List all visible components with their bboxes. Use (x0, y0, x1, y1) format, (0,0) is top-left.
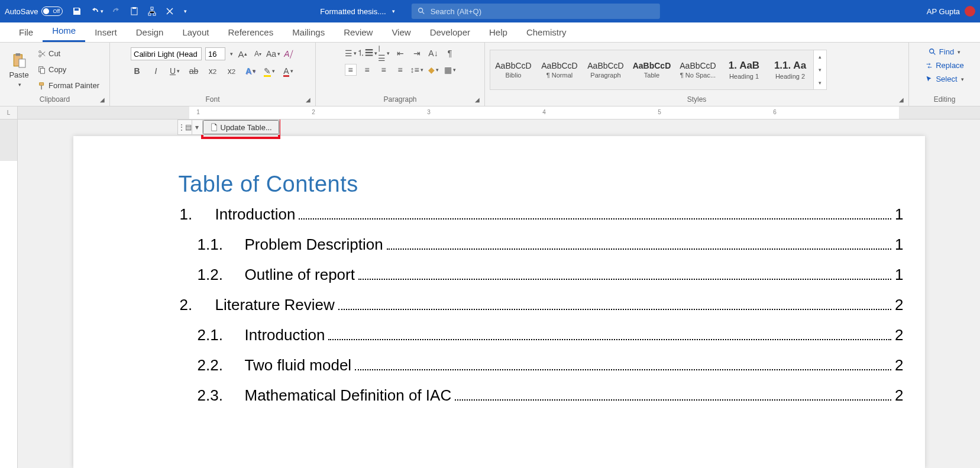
brush-icon (38, 82, 46, 90)
hierarchy-icon[interactable] (147, 7, 157, 16)
paragraph-launcher[interactable]: ◢ (475, 96, 482, 104)
multilevel-button[interactable]: ⁞☰▾ (378, 47, 390, 59)
toc-entry[interactable]: 2.Literature Review2 (180, 296, 904, 314)
toc-toolbar: ⋮▤ ▾ Update Table... (177, 120, 280, 135)
paste-button[interactable]: Paste▾ (5, 50, 33, 89)
font-launcher[interactable]: ◢ (306, 96, 313, 104)
toc-entry[interactable]: 1.1.Problem Description1 (198, 235, 904, 254)
tab-help[interactable]: Help (480, 24, 517, 42)
style-heading2[interactable]: 1.1. AaHeading 2 (767, 50, 813, 89)
vertical-ruler[interactable] (0, 120, 18, 468)
document-title[interactable]: Formatted thesis.... (320, 7, 386, 16)
highlight-button[interactable]: ✎▾ (264, 65, 276, 77)
font-color-button[interactable]: A▾ (283, 65, 295, 77)
bullets-button[interactable]: ☰▾ (345, 47, 357, 59)
tab-layout[interactable]: Layout (173, 24, 218, 42)
subscript-button[interactable]: x2 (207, 65, 219, 77)
copy-button[interactable]: Copy (37, 64, 101, 75)
redo-icon[interactable] (112, 7, 121, 16)
font-size-input[interactable] (205, 47, 225, 60)
group-label: Clipboard (5, 94, 105, 106)
cut-button[interactable]: Cut (37, 48, 101, 59)
tab-review[interactable]: Review (334, 24, 382, 42)
style-nospac[interactable]: AaBbCcD¶ No Spac... (675, 50, 721, 89)
increase-indent-button[interactable]: ⇥ (411, 47, 423, 59)
style-biblio[interactable]: AaBbCcDBiblio (490, 50, 536, 89)
clipboard-icon[interactable] (130, 7, 139, 16)
toc-entry[interactable]: 2.2.Two fluid model2 (198, 356, 904, 375)
italic-button[interactable]: I (150, 65, 162, 77)
group-label: Styles (490, 94, 904, 106)
format-painter-button[interactable]: Format Painter (37, 80, 101, 91)
bold-button[interactable]: B (131, 65, 143, 77)
qat-dropdown-icon[interactable]: ▾ (184, 8, 187, 14)
justify-button[interactable]: ≡ (394, 64, 406, 76)
font-size-dropdown[interactable]: ▾ (230, 51, 233, 57)
autosave-label: AutoSave (5, 7, 38, 16)
style-heading1[interactable]: 1. AaBHeading 1 (721, 50, 767, 89)
line-spacing-button[interactable]: ↕≡▾ (411, 64, 423, 76)
shrink-font-button[interactable]: A▾ (252, 48, 264, 60)
document-area: ⋮▤ ▾ Update Table... Table of Contents 1… (0, 120, 980, 468)
style-scroll[interactable]: ▴ (814, 50, 826, 63)
superscript-button[interactable]: x2 (226, 65, 238, 77)
avatar[interactable] (965, 6, 975, 17)
undo-icon[interactable] (90, 7, 99, 16)
decrease-indent-button[interactable]: ⇤ (394, 47, 406, 59)
cursor-icon (925, 75, 933, 83)
numbering-button[interactable]: ⒈☰▾ (361, 47, 373, 59)
page-icon (210, 123, 218, 131)
page[interactable]: ⋮▤ ▾ Update Table... Table of Contents 1… (73, 136, 925, 468)
style-table[interactable]: AaBbCcDTable (629, 50, 675, 89)
align-right-button[interactable]: ≡ (378, 64, 390, 76)
strike-button[interactable]: ab (188, 65, 200, 77)
find-button[interactable]: Find▾ (927, 46, 962, 57)
underline-button[interactable]: U▾ (169, 65, 181, 77)
doc-dropdown-icon[interactable]: ▾ (392, 8, 395, 14)
show-marks-button[interactable]: ¶ (444, 47, 456, 59)
save-icon[interactable] (72, 7, 82, 16)
style-normal[interactable]: AaBbCcD¶ Normal (536, 50, 583, 89)
style-paragraph[interactable]: AaBbCcDParagraph (583, 50, 629, 89)
select-button[interactable]: Select▾ (924, 73, 965, 85)
svg-rect-8 (19, 59, 25, 67)
tab-references[interactable]: References (218, 24, 283, 42)
toc-entry[interactable]: 1.Introduction1 (180, 205, 904, 224)
style-scroll[interactable]: ▾ (814, 63, 826, 76)
close-icon[interactable] (165, 7, 174, 16)
style-more[interactable]: ▾ (814, 76, 826, 89)
tab-chemistry[interactable]: Chemistry (517, 24, 576, 42)
tab-developer[interactable]: Developer (421, 24, 480, 42)
grow-font-button[interactable]: A▴ (237, 48, 248, 60)
tab-file[interactable]: File (9, 24, 43, 42)
update-table-button[interactable]: Update Table... (203, 120, 279, 134)
align-center-button[interactable]: ≡ (361, 64, 373, 76)
change-case-button[interactable]: Aa▾ (267, 48, 279, 60)
text-effects-button[interactable]: A▾ (245, 65, 257, 77)
tab-view[interactable]: View (382, 24, 420, 42)
font-name-input[interactable] (131, 47, 202, 60)
shading-button[interactable]: ◆▾ (428, 64, 439, 76)
align-left-button[interactable]: ≡ (345, 64, 357, 76)
search-input[interactable]: Search (Alt+Q) (412, 4, 660, 19)
horizontal-ruler[interactable]: L 123456 (0, 106, 980, 120)
tab-design[interactable]: Design (127, 24, 173, 42)
toc-entry[interactable]: 2.3.Mathematical Definition of IAC2 (198, 386, 904, 405)
clear-format-button[interactable]: A⧸ (283, 48, 295, 60)
sort-button[interactable]: A↓ (428, 47, 439, 59)
styles-launcher[interactable]: ◢ (899, 96, 906, 104)
borders-button[interactable]: ▦▾ (444, 64, 456, 76)
tab-home[interactable]: Home (43, 22, 85, 42)
user-name[interactable]: AP Gupta (927, 7, 960, 16)
tab-mailings[interactable]: Mailings (283, 24, 334, 42)
clipboard-launcher[interactable]: ◢ (100, 96, 107, 104)
toc-entry[interactable]: 2.1.Introduction2 (198, 326, 904, 344)
replace-button[interactable]: Replace (924, 60, 965, 71)
toc-dropdown-icon[interactable]: ▾ (192, 120, 203, 134)
toc-handle-icon[interactable]: ⋮▤ (178, 120, 192, 134)
tab-insert[interactable]: Insert (85, 24, 127, 42)
quick-access-toolbar: ▾ ▾ (72, 7, 187, 16)
toc-entry[interactable]: 1.2.Outline of report1 (198, 266, 904, 284)
toc-heading[interactable]: Table of Contents (179, 172, 925, 197)
autosave-toggle[interactable]: Off (41, 7, 63, 16)
